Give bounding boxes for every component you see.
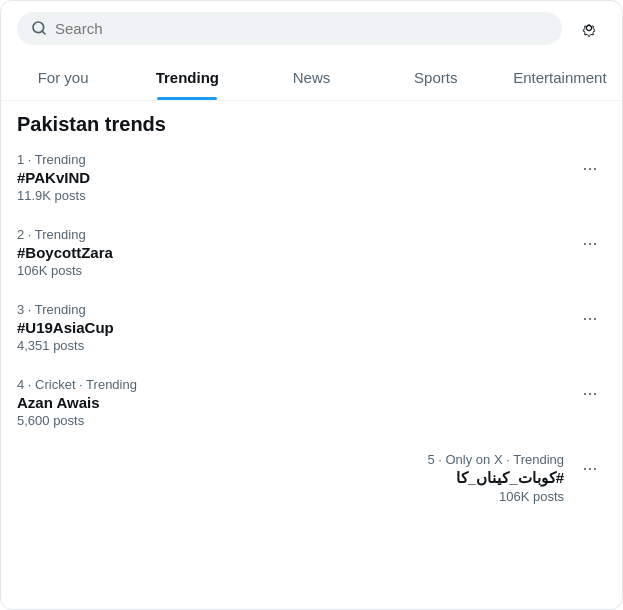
trend-posts: 106K posts [17, 263, 564, 278]
trends-list: 1 · Trending #PAKvIND 11.9K posts ··· 2 … [1, 140, 622, 516]
trend-item[interactable]: 3 · Trending #U19AsiaCup 4,351 posts ··· [1, 290, 622, 365]
search-bar[interactable] [17, 12, 562, 45]
trend-item[interactable]: 2 · Trending #BoycottZara 106K posts ··· [1, 215, 622, 290]
trend-meta: 5 · Only on X · Trending [427, 452, 564, 467]
section-title: Pakistan trends [1, 101, 622, 140]
tab-news[interactable]: News [249, 55, 373, 100]
tab-for-you[interactable]: For you [1, 55, 125, 100]
trend-meta: 3 · Trending [17, 302, 564, 317]
trend-posts: 106K posts [499, 489, 564, 504]
trend-title: #PAKvIND [17, 169, 564, 186]
trend-left: 3 · Trending #U19AsiaCup 4,351 posts [17, 302, 564, 353]
trend-title: #U19AsiaCup [17, 319, 564, 336]
tabs-nav: For you Trending News Sports Entertainme… [1, 55, 622, 101]
trend-meta: 4 · Cricket · Trending [17, 377, 564, 392]
trend-posts: 11.9K posts [17, 188, 564, 203]
trend-posts: 5,600 posts [17, 413, 564, 428]
trend-title: Azan Awais [17, 394, 564, 411]
svg-line-1 [42, 31, 45, 34]
search-bar-container [1, 1, 622, 55]
more-options-button[interactable]: ··· [574, 302, 606, 334]
trend-right: ··· [564, 377, 606, 409]
trend-item[interactable]: 4 · Cricket · Trending Azan Awais 5,600 … [1, 365, 622, 440]
search-icon [31, 20, 47, 36]
trend-title: #BoycottZara [17, 244, 564, 261]
trend-right: ··· [564, 302, 606, 334]
search-input[interactable] [55, 20, 548, 37]
tab-entertainment[interactable]: Entertainment [498, 55, 622, 100]
trend-left: 4 · Cricket · Trending Azan Awais 5,600 … [17, 377, 564, 428]
tab-trending[interactable]: Trending [125, 55, 249, 100]
trend-right: ··· [564, 152, 606, 184]
settings-button[interactable] [572, 11, 606, 45]
trend-item[interactable]: 5 · Only on X · Trending #کوبات_کیناں_کا… [1, 440, 622, 516]
more-options-button[interactable]: ··· [574, 377, 606, 409]
trend-title: #کوبات_کیناں_کا [456, 469, 564, 487]
tab-sports[interactable]: Sports [374, 55, 498, 100]
trend-meta: 2 · Trending [17, 227, 564, 242]
trend-left: 5 · Only on X · Trending #کوبات_کیناں_کا… [17, 452, 564, 504]
more-options-button[interactable]: ··· [574, 227, 606, 259]
more-options-button[interactable]: ··· [574, 452, 606, 484]
trend-left: 1 · Trending #PAKvIND 11.9K posts [17, 152, 564, 203]
more-options-button[interactable]: ··· [574, 152, 606, 184]
trend-right: ··· [564, 452, 606, 484]
trend-right: ··· [564, 227, 606, 259]
trend-item[interactable]: 1 · Trending #PAKvIND 11.9K posts ··· [1, 140, 622, 215]
trend-left: 2 · Trending #BoycottZara 106K posts [17, 227, 564, 278]
trend-meta: 1 · Trending [17, 152, 564, 167]
trend-posts: 4,351 posts [17, 338, 564, 353]
